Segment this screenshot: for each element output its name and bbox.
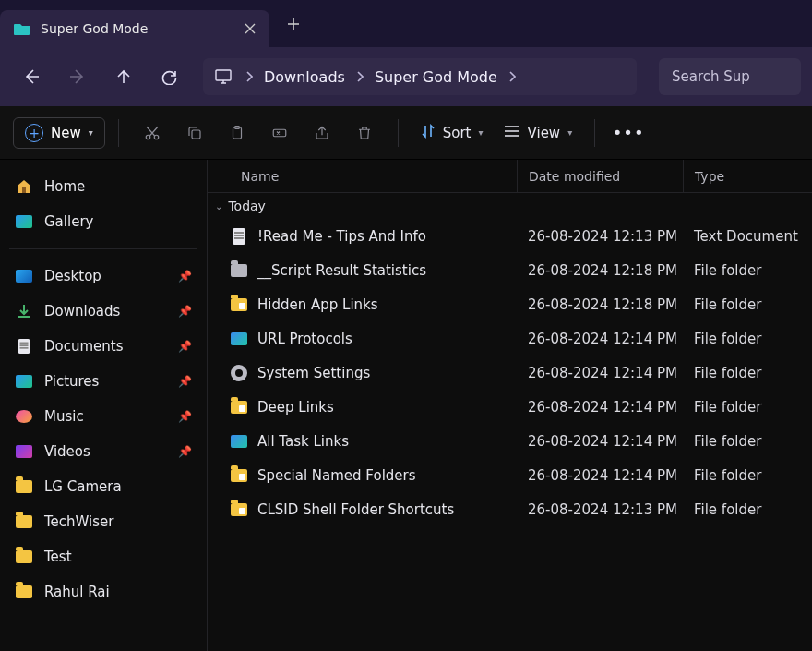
chevron-down-icon: ⌄ [215,201,222,211]
file-type: File folder [683,365,812,381]
cut-button[interactable] [132,113,173,153]
home-icon [15,177,33,196]
view-button[interactable]: View ▾ [495,119,582,147]
videos-icon [15,442,33,461]
file-date: 26-08-2024 12:14 PM [517,365,683,381]
sidebar-item-music[interactable]: Music 📌 [6,399,201,434]
file-icon [230,466,248,485]
sidebar-item-label: Desktop [44,268,102,284]
sidebar-item-gallery[interactable]: Gallery [6,204,201,239]
file-row[interactable]: !Read Me - Tips And Info 26-08-2024 12:1… [208,219,812,253]
share-button[interactable] [302,113,342,153]
file-row[interactable]: CLSID Shell Folder Shortcuts 26-08-2024 … [208,492,812,526]
file-row[interactable]: URL Protocols 26-08-2024 12:14 PM File f… [208,321,812,356]
sidebar-item-techwiser[interactable]: TechWiser [6,504,201,539]
file-row[interactable]: System Settings 26-08-2024 12:14 PM File… [208,356,812,390]
close-icon[interactable] [242,20,258,37]
chevron-right-icon [503,71,521,82]
file-type: File folder [683,433,812,450]
file-name: Deep Links [257,399,334,416]
sort-button[interactable]: Sort ▾ [412,118,493,148]
sidebar-item-videos[interactable]: Videos 📌 [6,434,201,469]
chevron-right-icon [351,71,369,82]
file-row[interactable]: __Script Result Statistics 26-08-2024 12… [208,253,812,287]
sidebar-item-home[interactable]: Home [6,169,201,204]
back-button[interactable] [11,56,52,97]
sidebar-item-label: Rahul Rai [44,584,110,600]
divider [594,119,595,147]
file-type: File folder [683,262,812,279]
chevron-down-icon: ▾ [89,127,93,138]
up-button[interactable] [103,56,144,97]
paste-button[interactable] [217,113,257,153]
refresh-button[interactable] [149,56,190,97]
chevron-down-icon: ▾ [567,127,572,138]
file-icon [230,295,248,314]
breadcrumb-item[interactable]: Downloads [258,68,351,86]
file-icon [230,227,248,246]
breadcrumb[interactable]: Downloads Super God Mode [203,58,637,95]
title-bar: Super God Mode [0,0,812,47]
column-date-label: Date modified [529,169,620,184]
file-icon [230,500,248,519]
toolbar: + New ▾ Sort ▾ View ▾ ••• [0,106,812,160]
nav-row: Downloads Super God Mode Search Sup [0,47,812,106]
sort-icon [421,124,436,142]
divider [118,119,119,147]
column-type[interactable]: Type [683,160,812,192]
file-date: 26-08-2024 12:14 PM [517,433,683,450]
file-icon [230,398,248,416]
more-button[interactable]: ••• [608,113,649,153]
file-icon [230,330,248,348]
chevron-down-icon: ▾ [479,127,484,138]
rename-button[interactable] [259,113,300,153]
column-date[interactable]: Date modified [517,160,683,192]
folder-icon [15,477,33,496]
column-name[interactable]: Name [208,160,517,192]
breadcrumb-item[interactable]: Super God Mode [369,68,503,86]
file-row[interactable]: Special Named Folders 26-08-2024 12:14 P… [208,458,812,492]
file-date: 26-08-2024 12:18 PM [517,262,683,279]
pin-icon: 📌 [178,270,192,283]
divider [398,119,399,147]
file-type: File folder [683,467,812,484]
new-button[interactable]: + New ▾ [13,117,105,149]
sidebar-item-lg-camera[interactable]: LG Camera [6,469,201,504]
group-header[interactable]: ⌄ Today [208,193,812,219]
new-label: New [51,125,81,141]
forward-button[interactable] [57,56,98,97]
file-type: Text Document [683,228,812,245]
folder-icon [13,19,31,38]
file-name: __Script Result Statistics [257,262,426,279]
search-input[interactable]: Search Sup [659,58,801,95]
svg-point-1 [146,135,150,139]
file-type: File folder [683,296,812,313]
copy-button[interactable] [174,113,215,153]
file-row[interactable]: All Task Links 26-08-2024 12:14 PM File … [208,424,812,458]
new-tab-button[interactable] [273,4,314,44]
folder-icon [15,512,33,531]
tab-active[interactable]: Super God Mode [0,10,269,47]
file-row[interactable]: Hidden App Links 26-08-2024 12:18 PM Fil… [208,287,812,321]
sidebar-item-label: Downloads [44,303,120,319]
folder-icon [15,548,33,566]
sidebar-item-label: TechWiser [44,513,113,530]
file-date: 26-08-2024 12:13 PM [517,501,683,518]
sidebar-item-downloads[interactable]: Downloads 📌 [6,294,201,329]
delete-button[interactable] [344,113,385,153]
sidebar-item-desktop[interactable]: Desktop 📌 [6,259,201,294]
sidebar-item-rahul-rai[interactable]: Rahul Rai [6,574,201,609]
file-name: !Read Me - Tips And Info [257,228,426,245]
file-row[interactable]: Deep Links 26-08-2024 12:14 PM File fold… [208,390,812,424]
svg-rect-0 [216,70,231,80]
sidebar-item-documents[interactable]: Documents 📌 [6,329,201,364]
sidebar-item-pictures[interactable]: Pictures 📌 [6,364,201,399]
column-headers: Name Date modified Type [208,160,812,193]
sidebar-item-test[interactable]: Test [6,539,201,574]
svg-rect-7 [22,187,26,193]
file-date: 26-08-2024 12:13 PM [517,228,683,245]
sidebar-item-label: Home [44,178,85,195]
sidebar-item-label: Videos [44,443,90,460]
music-icon [15,407,33,426]
file-name: All Task Links [257,433,349,450]
